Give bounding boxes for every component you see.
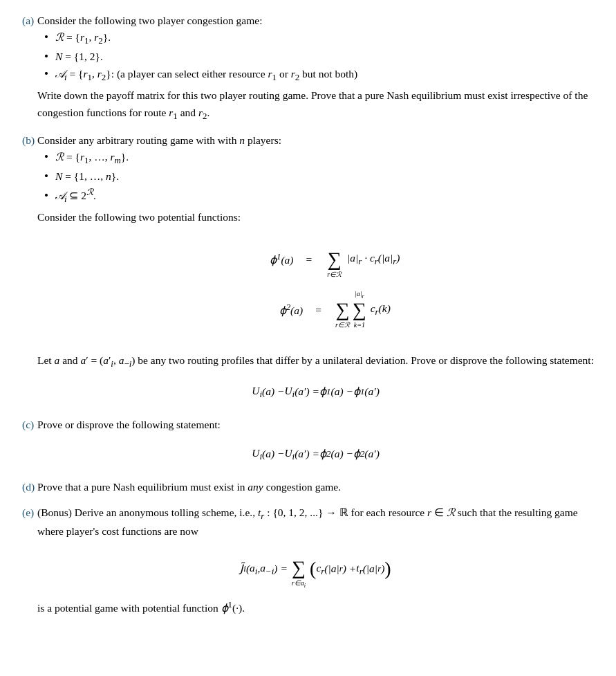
bullet-text: 𝒜i = {r1, r2}: (a player can select eith… [55,66,357,84]
phi1-lhs: ϕ1(a) [231,250,293,268]
eq-ui-phi1: Ui(a) − Ui(a′) = ϕ1(a) − ϕ1(a′) [37,383,594,401]
section-a-bullets: • ℛ = {r1, r2}. • N = {1, 2}. • 𝒜i = {r1… [44,29,594,84]
section-c: (c) Prove or disprove the following stat… [22,417,594,475]
section-e: (e) (Bonus) Derive an anonymous tolling … [22,504,594,621]
bullet-text: ℛ = {r1, …, rm}. [55,149,129,167]
section-e-label: (e) [22,504,37,521]
section-b-intro: Consider any arbitrary routing game with… [37,134,281,146]
section-c-para: Prove or disprove the following statemen… [37,417,594,434]
section-d-content: Prove that a pure Nash equilibrium must … [37,479,594,500]
section-b-bullets: • ℛ = {r1, …, rm}. • N = {1, …, n}. • 𝒜i… [44,149,594,206]
phi1-rhs: x ∑ r∈ℛ |a|r · cr(|a|r) [324,239,400,280]
section-a-content: Consider the following two player conges… [37,12,594,128]
section-e-content: (Bonus) Derive an anonymous tolling sche… [37,504,594,621]
section-a-paragraph: Write down the payoff matrix for this tw… [37,87,594,124]
bullet-dot: • [44,168,55,185]
section-e-para1: (Bonus) Derive an anonymous tolling sche… [37,504,594,541]
bullet-text: N = {1, 2}. [55,48,103,65]
section-c-label: (c) [22,417,37,433]
section-b-para2: Let a and a′ = (a′i, a−i) be any two rou… [37,352,594,372]
phi2-lhs: ϕ2(a) [241,300,303,319]
section-b-content: Consider any arbitrary routing game with… [37,132,594,412]
bullet-dot: • [44,29,55,46]
bullet-item: • ℛ = {r1, …, rm}. [44,149,594,167]
bullet-item: • ℛ = {r1, r2}. [44,29,594,48]
bullet-item: • N = {1, …, n}. [44,168,594,185]
bullet-dot: • [44,188,55,204]
bullet-dot: • [44,149,55,165]
section-a: (a) Consider the following two player co… [22,12,594,128]
phi1-eq: = [306,251,312,268]
section-b: (b) Consider any arbitrary routing game … [22,132,594,412]
phi2-row: ϕ2(a) = x ∑ r∈ℛ |a|r ∑ k=1 [241,289,391,330]
bullet-item: • 𝒜i = {r1, r2}: (a player can select ei… [44,66,594,84]
potential-functions-block: ϕ1(a) = x ∑ r∈ℛ |a|r · cr(|a|r) ϕ2(a) = [37,239,594,340]
section-a-intro: Consider the following two player conges… [37,15,262,26]
bullet-text: N = {1, …, n}. [55,168,119,185]
section-e-ending: is a potential game with potential funct… [37,598,594,617]
eq-j-tilde: J̃i(ai, a−i) = x ∑ r∈ai ( cr(|a|r) + tr(… [37,547,594,590]
section-d-para: Prove that a pure Nash equilibrium must … [37,479,594,496]
section-d-label: (d) [22,479,37,495]
phi2-rhs: x ∑ r∈ℛ |a|r ∑ k=1 cr(k) [334,289,391,330]
section-a-label: (a) [22,12,37,29]
bullet-text: 𝒜i ⊆ 2ℛ. [55,185,96,206]
bullet-item: • 𝒜i ⊆ 2ℛ. [44,185,594,206]
eq-ui-phi2: Ui(a) − Ui(a′) = ϕ2(a) − ϕ2(a′) [37,445,594,464]
bullet-text: ℛ = {r1, r2}. [55,29,111,48]
phi2-eq: = [315,302,321,318]
phi1-row: ϕ1(a) = x ∑ r∈ℛ |a|r · cr(|a|r) [231,239,400,280]
section-c-content: Prove or disprove the following statemen… [37,417,594,475]
bullet-dot: • [44,66,55,82]
bullet-dot: • [44,48,55,65]
section-d: (d) Prove that a pure Nash equilibrium m… [22,479,594,500]
bullet-item: • N = {1, 2}. [44,48,594,65]
section-b-label: (b) [22,132,37,149]
section-b-para1: Consider the following two potential fun… [37,209,594,226]
